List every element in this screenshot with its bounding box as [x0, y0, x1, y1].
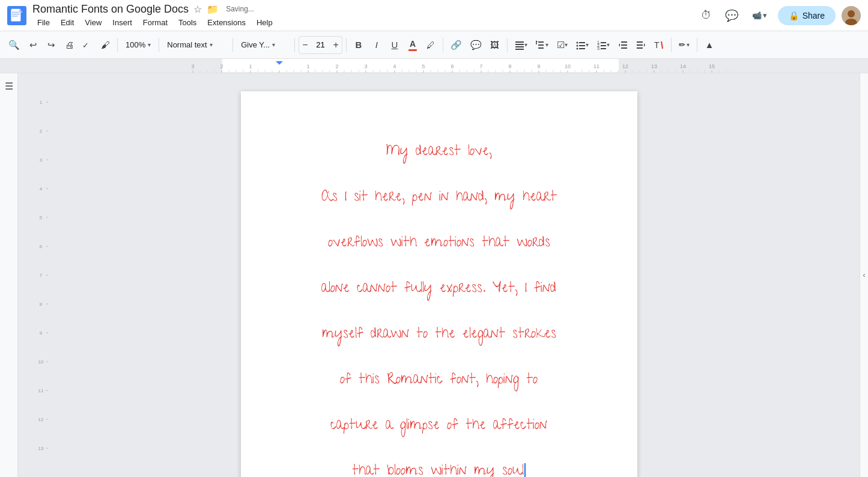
font-value: Give Y...	[241, 40, 270, 49]
folder-icon[interactable]: 📁	[207, 4, 219, 15]
star-icon[interactable]: ☆	[193, 4, 202, 15]
indent-increase-button[interactable]	[633, 36, 649, 54]
title-section: Romantic Fonts on Google Docs ☆ 📁 Saving…	[32, 3, 697, 28]
menu-help[interactable]: Help	[252, 17, 278, 28]
doc-line-6: alone cannot fully express. Yet, I find	[277, 276, 601, 302]
avatar[interactable]	[842, 6, 861, 25]
zoom-chevron: ▾	[148, 41, 151, 48]
style-value: Normal text	[167, 40, 207, 49]
expand-button[interactable]: ▲	[701, 36, 718, 54]
share-label: Share	[803, 11, 825, 20]
text-color-button[interactable]: A	[404, 36, 421, 54]
vertical-ruler	[36, 73, 48, 477]
svg-rect-23	[601, 42, 606, 43]
style-chevron: ▾	[210, 41, 213, 48]
font-size-input[interactable]	[311, 40, 330, 49]
spellcheck-button[interactable]: ✓	[79, 36, 96, 54]
insert-link-button[interactable]: 🔗	[447, 36, 466, 54]
align-button[interactable]: ▾	[511, 36, 531, 54]
doc-line-10: of this Romantic font, hoping to	[277, 368, 601, 393]
search-button[interactable]: 🔍	[5, 36, 23, 54]
editing-chevron: ▾	[687, 41, 690, 48]
toolbar: 🔍 ↩ ↪ 🖨 ✓ 🖌 100% ▾ Normal text ▾ Give Y.…	[0, 31, 868, 59]
editing-mode-button[interactable]: ✏ ▾	[675, 36, 693, 54]
svg-rect-4	[12, 16, 18, 17]
svg-rect-29	[621, 44, 627, 46]
ruler	[0, 59, 868, 73]
redo-button[interactable]: ↪	[43, 36, 59, 54]
doc-title[interactable]: Romantic Fonts on Google Docs	[32, 3, 189, 16]
document-content: My dearest love,As I sit here, pen in ha…	[277, 139, 601, 477]
menu-format[interactable]: Format	[138, 17, 172, 28]
svg-rect-32	[637, 44, 643, 46]
print-button[interactable]: 🖨	[61, 36, 77, 54]
svg-point-18	[576, 44, 578, 46]
comments-button[interactable]: 💬	[722, 6, 741, 25]
outline-button[interactable]: ☰	[5, 81, 13, 92]
share-button[interactable]: 🔒 Share	[778, 6, 836, 25]
menu-file[interactable]: File	[32, 17, 55, 28]
svg-rect-28	[621, 41, 627, 43]
line-spacing-button[interactable]: ▾	[532, 36, 552, 54]
history-button[interactable]: ⏱	[697, 6, 716, 25]
pencil-icon: ✏	[679, 40, 685, 49]
divider-6	[443, 38, 443, 52]
doc-line-12: capture a glimpse of the affection	[277, 413, 601, 439]
bullets-button[interactable]: ▾	[572, 36, 592, 54]
divider-2	[159, 38, 159, 52]
clear-format-button[interactable]: T	[651, 36, 667, 54]
doc-line-2: As I sit here, pen in hand, my heart	[277, 185, 601, 211]
meeting-button[interactable]: 📹 ▾	[747, 6, 772, 25]
paint-format-button[interactable]: 🖌	[97, 36, 114, 54]
svg-rect-12	[515, 49, 524, 50]
numbering-button[interactable]: 1.2.3. ▾	[593, 36, 613, 54]
svg-text:3.: 3.	[597, 46, 601, 50]
svg-rect-11	[515, 46, 524, 47]
zoom-value: 100%	[126, 40, 145, 49]
divider-1	[117, 38, 118, 52]
font-size-decrease[interactable]: −	[299, 38, 311, 52]
style-select[interactable]: Normal text ▾	[163, 36, 229, 54]
divider-4	[294, 38, 295, 52]
font-size-increase[interactable]: +	[330, 38, 342, 52]
insert-comment-button[interactable]: 💬	[467, 36, 485, 54]
right-collapse-handle[interactable]: ‹	[860, 73, 868, 477]
doc-line-4: overflows with emotions that words	[277, 231, 601, 257]
document-area[interactable]: My dearest love,As I sit here, pen in ha…	[18, 73, 860, 477]
insert-image-button[interactable]: 🖼	[487, 36, 503, 54]
menu-extensions[interactable]: Extensions	[202, 17, 250, 28]
menu-tools[interactable]: Tools	[174, 17, 201, 28]
bold-button[interactable]: B	[350, 36, 367, 54]
doc-line-0: My dearest love,	[277, 139, 601, 165]
svg-text:T: T	[654, 40, 660, 50]
menu-view[interactable]: View	[80, 17, 106, 28]
svg-rect-10	[515, 44, 524, 45]
svg-rect-25	[601, 45, 606, 46]
highlight-button[interactable]: 🖊	[422, 36, 439, 54]
svg-text:✓: ✓	[82, 41, 89, 50]
document-page[interactable]: My dearest love,As I sit here, pen in ha…	[241, 91, 637, 477]
google-docs-icon	[7, 6, 26, 25]
lock-icon: 🔒	[789, 11, 799, 20]
left-sidebar: ☰	[0, 73, 18, 477]
color-bar	[408, 49, 417, 51]
font-chevron: ▾	[272, 41, 275, 48]
svg-rect-21	[579, 48, 585, 49]
ruler-canvas	[0, 59, 868, 73]
font-size-section: − +	[299, 36, 342, 54]
doc-title-row: Romantic Fonts on Google Docs ☆ 📁 Saving…	[32, 3, 697, 16]
underline-button[interactable]: U	[386, 36, 403, 54]
checklist-button[interactable]: ☑▾	[553, 36, 571, 54]
menu-insert[interactable]: Insert	[108, 17, 137, 28]
svg-point-6	[848, 10, 855, 17]
indent-decrease-button[interactable]	[615, 36, 631, 54]
font-select[interactable]: Give Y... ▾	[237, 36, 291, 54]
vertical-ruler-canvas	[36, 73, 48, 477]
menu-edit[interactable]: Edit	[56, 17, 79, 28]
title-right: ⏱ 💬 📹 ▾ 🔒 Share	[697, 6, 861, 25]
zoom-select[interactable]: 100% ▾	[121, 36, 155, 54]
divider-8	[671, 38, 672, 52]
italic-button[interactable]: I	[368, 36, 385, 54]
svg-rect-27	[601, 48, 606, 49]
undo-button[interactable]: ↩	[25, 36, 41, 54]
